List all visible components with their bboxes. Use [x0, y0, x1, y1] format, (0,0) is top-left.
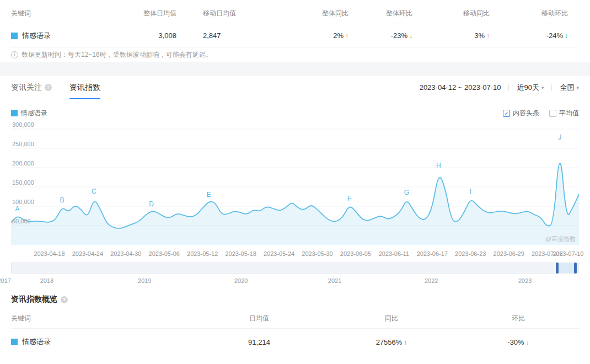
col-overall-mom: 整体环比	[348, 9, 412, 18]
trend-up-icon: ↑	[404, 339, 407, 346]
year-tick-label: 2023	[518, 277, 532, 284]
tab-news-index[interactable]: 资讯指数	[69, 76, 100, 99]
x-axis-tick-label: 2023-06-17	[417, 250, 448, 257]
svg-text:J: J	[558, 133, 561, 141]
year-tick-label: 2020	[234, 277, 248, 284]
svg-text:I: I	[470, 188, 471, 196]
chart-x-axis: 2023-04-182023-04-242023-04-302023-05-06…	[11, 247, 579, 260]
col-mobile-mom: 移动环比	[490, 9, 579, 18]
x-axis-tick-label: 2023-06-05	[340, 250, 371, 257]
region-dropdown[interactable]: 全国	[560, 83, 579, 93]
overview-title: 资讯指数概览	[11, 291, 579, 308]
daily-avg-value: 91,214	[193, 338, 325, 346]
x-axis-tick-label: 2023-05-30	[302, 250, 332, 257]
x-axis-tick-label: 2023-05-12	[187, 250, 218, 257]
x-axis-tick-label: 2023-06-11	[379, 250, 409, 257]
svg-text:300,000: 300,000	[12, 122, 34, 128]
divider	[508, 84, 509, 91]
year-tick-label: 2022	[425, 277, 438, 284]
news-index-chart[interactable]: 300,000250,000200,000150,000100,00050,00…	[11, 122, 579, 260]
info-icon	[11, 51, 18, 58]
x-axis-tick-label: 2023-05-18	[225, 250, 256, 257]
headline-checkbox[interactable]: 内容头条	[503, 109, 539, 118]
svg-text:D: D	[149, 200, 154, 208]
x-axis-tick-label: 2023-05-06	[149, 250, 180, 257]
tabs-bar: 资讯关注 资讯指数 2023-04-12 ~ 2023-07-10 近90天 全…	[0, 76, 590, 99]
keyword-label: 情感语录	[22, 31, 51, 41]
col-mobile-yoy: 移动同比	[412, 9, 490, 18]
help-icon[interactable]	[61, 296, 68, 303]
yoy-value: 27556%↑	[325, 338, 458, 346]
divider	[551, 84, 552, 91]
chart-options: 内容头条 平均值	[503, 109, 579, 118]
svg-text:250,000: 250,000	[12, 141, 34, 147]
svg-text:A: A	[15, 205, 20, 213]
overview-table-row: 情感语录 91,214 27556%↑ -30%↓	[11, 329, 579, 355]
col-overall-yoy: 整体同比	[276, 9, 348, 18]
slider-left-handle[interactable]	[556, 263, 559, 274]
mom-value: -30%↓	[458, 338, 579, 346]
chevron-down-icon	[576, 85, 579, 90]
period-dropdown[interactable]: 近90天	[517, 83, 544, 93]
year-tick-label: 2018	[40, 277, 53, 284]
average-checkbox[interactable]: 平均值	[549, 109, 579, 118]
svg-text:F: F	[347, 195, 351, 202]
stats-table-row: 情感语录 3,008 2,847 2%↑ -23%↓ 3%↑ -24%↓	[11, 24, 579, 47]
col-daily-avg: 日均值	[193, 314, 325, 323]
svg-text:C: C	[92, 188, 96, 195]
keyword-cell: 情感语录	[11, 337, 193, 347]
svg-text:150,000: 150,000	[12, 179, 34, 186]
col-mom: 环比	[458, 314, 579, 323]
timeline-slider[interactable]	[11, 263, 579, 274]
svg-text:E: E	[207, 191, 211, 199]
mobile-mom-value: -24%↓	[490, 31, 579, 40]
checkbox-checked-icon[interactable]	[503, 110, 510, 117]
col-keyword: 关键词	[11, 9, 143, 18]
year-tick-label: 2019	[138, 277, 151, 284]
series-color-swatch	[11, 339, 18, 345]
section-divider	[0, 62, 590, 76]
series-name-label: 情感语录	[21, 109, 47, 118]
stats-table-header: 关键词 整体日均值 移动日均值 整体同比 整体环比 移动同比 移动环比	[11, 3, 579, 24]
overall-yoy-value: 2%↑	[276, 31, 348, 40]
x-axis-tick-label: 2023-06-23	[455, 250, 486, 257]
svg-text:200,000: 200,000	[12, 160, 34, 167]
year-tick-label: 2021	[328, 277, 341, 284]
date-range-label: 2023-04-12 ~ 2023-07-10	[420, 83, 501, 92]
help-icon[interactable]	[45, 84, 52, 91]
chart-legend-row: 情感语录 内容头条 平均值	[11, 106, 579, 120]
news-index-section: 资讯关注 资讯指数 2023-04-12 ~ 2023-07-10 近90天 全…	[0, 76, 590, 288]
col-mobile-daily-avg: 移动日均值	[176, 9, 276, 18]
svg-text:H: H	[436, 162, 441, 169]
checkbox-unchecked-icon[interactable]	[549, 110, 556, 117]
slider-right-handle[interactable]	[574, 263, 577, 274]
svg-text:B: B	[60, 196, 65, 204]
overall-daily-avg-value: 3,008	[143, 31, 176, 40]
tab-news-attention[interactable]: 资讯关注	[11, 76, 52, 99]
area-chart-canvas[interactable]: 300,000250,000200,000150,000100,00050,00…	[11, 122, 579, 247]
chart-filters: 2023-04-12 ~ 2023-07-10 近90天 全国	[420, 83, 579, 93]
trend-down-icon: ↓	[526, 339, 529, 346]
x-axis-tick-label: 2023-05-24	[264, 250, 294, 257]
svg-text:@百度指数: @百度指数	[545, 235, 576, 242]
x-axis-tick-label: 2023-04-24	[72, 250, 103, 257]
svg-text:100,000: 100,000	[12, 199, 34, 205]
data-update-note: 数据更新时间：每天12~16时，受数据波动影响，可能会有延迟。	[11, 47, 579, 62]
mobile-yoy-value: 3%↑	[412, 31, 490, 40]
news-index-overview-section: 资讯指数概览 关键词 日均值 同比 环比 情感语录 91,214 27556%↑…	[0, 291, 590, 355]
col-yoy: 同比	[325, 314, 458, 323]
col-keyword: 关键词	[11, 314, 193, 323]
x-axis-tick-label: 2023-07-10	[553, 250, 583, 257]
mobile-daily-avg-value: 2,847	[176, 31, 276, 40]
x-axis-tick-label: 2023-04-18	[34, 250, 65, 257]
overview-table-header: 关键词 日均值 同比 环比	[11, 308, 579, 329]
keyword-cell: 情感语录	[11, 31, 143, 41]
col-overall-daily-avg: 整体日均值	[143, 9, 176, 18]
x-axis-tick-label: 2023-04-30	[110, 250, 141, 257]
keyword-label: 情感语录	[22, 337, 51, 347]
trend-down-icon: ↓	[565, 32, 568, 40]
svg-text:50,000: 50,000	[12, 218, 31, 224]
overall-mom-value: -23%↓	[348, 31, 412, 40]
year-tick-label: 2017	[0, 277, 11, 284]
timeline-year-axis: 2017201820192020202120222023	[11, 274, 579, 288]
